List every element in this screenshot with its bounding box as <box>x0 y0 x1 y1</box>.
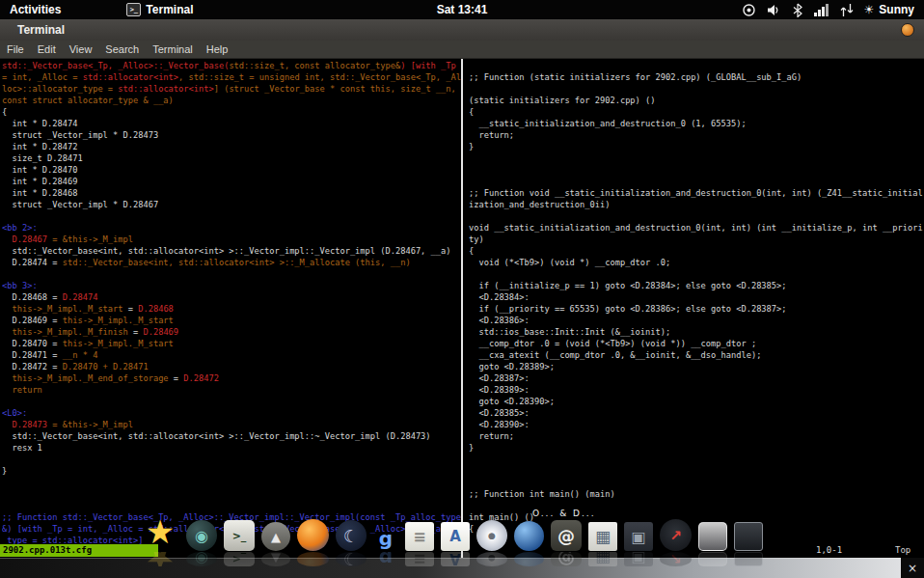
text-doc-icon-glyph: A <box>441 522 470 551</box>
terminal-line: return; <box>469 129 924 141</box>
glass-icon-reflection <box>698 552 727 566</box>
terminal-line: goto <D.28390>; <box>469 396 924 407</box>
network-icon[interactable] <box>840 4 854 16</box>
terminal-line: void __static_initialization_and_destruc… <box>469 222 924 234</box>
clock[interactable]: Sat 13:41 <box>437 3 488 16</box>
status-icon-area: ☀ Sunny <box>742 3 924 17</box>
terminal-line: std::_Vector_base<_Tp, _Alloc>::_Vector_… <box>2 60 461 71</box>
dark-frame-icon-glyph <box>734 522 763 551</box>
terminal-line: int * D.28470 <box>2 164 461 176</box>
terminal-line: ;; Function (static initializers for 290… <box>469 71 924 83</box>
terminal-line: <D.28384>: <box>469 291 924 303</box>
vim-split-separator[interactable] <box>461 58 463 578</box>
photo-frame-icon[interactable]: ▦▦ <box>588 522 617 566</box>
terminal-line: ization_and_destruction_0ii) <box>469 199 924 210</box>
terminal-line <box>469 176 924 187</box>
terminal-line: <L0>: <box>2 407 461 419</box>
terminal-line: int * D.28469 <box>2 176 461 187</box>
activities-button[interactable]: Activities <box>0 3 70 16</box>
bluetooth-icon[interactable] <box>792 3 803 17</box>
terminal-line: __cxa_atexit (__comp_dtor .0, &__ioinit,… <box>469 349 924 361</box>
menu-view[interactable]: View <box>63 43 99 55</box>
eject-icon[interactable]: ▲▲ <box>261 522 290 566</box>
dark-frame-icon-reflection <box>734 552 763 566</box>
firefox-icon-glyph <box>297 519 329 551</box>
moon-icon-glyph: ☾ <box>336 520 367 551</box>
terminal-line: = int, _Alloc = std::allocator<int>, std… <box>2 71 461 83</box>
terminal-line: D.28471 = __n * 4 <box>2 349 461 361</box>
globe-icon[interactable] <box>514 521 544 566</box>
statusline-ruler: 1,0-1 <box>816 544 842 557</box>
terminal-line: int * D.28468 <box>2 187 461 199</box>
volume-icon[interactable] <box>767 3 781 17</box>
terminal-line: size_t D.28471 <box>2 152 461 164</box>
terminal-content: std::_Vector_base<_Tp, _Alloc>::_Vector_… <box>0 58 924 578</box>
cd-disc-icon[interactable]: ●● <box>476 520 507 566</box>
gauge-icon-reflection: ↗ <box>660 552 692 566</box>
menu-file[interactable]: File <box>0 43 31 55</box>
star-icon[interactable]: ★★ <box>141 512 179 566</box>
vim-left-pane[interactable]: std::_Vector_base<_Tp, _Alloc>::_Vector_… <box>2 60 461 578</box>
terminal-line <box>2 488 461 500</box>
document-icon-reflection: ≡ <box>405 552 434 566</box>
terminal-line: std::ios_base::Init::Init (&__ioinit); <box>469 326 924 338</box>
photo-frame-icon-reflection: ▦ <box>588 552 617 566</box>
document-icon-glyph: ≡ <box>405 522 434 551</box>
dark-frame-icon[interactable] <box>734 522 763 566</box>
menu-bar: FileEditViewSearchTerminalHelp <box>0 41 924 59</box>
cd-disc-icon-reflection: ● <box>476 552 507 566</box>
weather-label: Sunny <box>879 3 914 16</box>
terminal-monitor-icon-reflection: >_ <box>224 552 255 566</box>
terminal-line: ;; Function int main() (main) <box>469 488 924 500</box>
gauge-icon[interactable]: ↗↗ <box>660 519 692 566</box>
signal-strength-icon[interactable] <box>814 4 829 16</box>
terminal-line <box>469 60 924 71</box>
menu-search[interactable]: Search <box>98 43 146 55</box>
terminal-line: { <box>469 245 924 257</box>
weather-sun-icon: ☀ <box>864 3 875 16</box>
camera-lens-icon-glyph: ◉ <box>186 520 217 551</box>
eject-icon-reflection: ▲ <box>261 552 290 566</box>
glass-icon[interactable] <box>698 522 727 566</box>
terminal-line: } <box>2 465 461 477</box>
menu-help[interactable]: Help <box>200 43 235 55</box>
terminal-line: D.28474 = std::_Vector_base<int, std::al… <box>2 257 461 268</box>
g-letter-icon[interactable]: gg <box>373 526 398 566</box>
window-titlebar[interactable]: Terminal <box>0 19 924 41</box>
document-icon[interactable]: ≡≡ <box>405 522 434 566</box>
focused-app-indicator[interactable]: >_ Terminal <box>126 3 193 16</box>
glass-icon-glyph <box>698 522 727 551</box>
terminal-line: if (__priority == 65535) goto <D.28386>;… <box>469 303 924 315</box>
terminal-line <box>469 500 924 511</box>
terminal-monitor-icon[interactable]: >_>_ <box>224 520 255 566</box>
gallery-icon[interactable]: ▣▣ <box>624 522 653 566</box>
terminal-line: <D.28390>: <box>469 419 924 430</box>
terminal-line: int * D.28472 <box>2 141 461 152</box>
dock-close-icon[interactable]: × <box>901 558 924 578</box>
statusline-position: Top <box>895 544 910 557</box>
weather-indicator[interactable]: ☀ Sunny <box>864 3 914 16</box>
at-mail-icon-reflection: @ <box>551 552 582 566</box>
terminal-line: __static_initialization_and_destruction_… <box>469 118 924 129</box>
firefox-icon[interactable] <box>297 519 329 566</box>
terminal-line: D.28473 = &this->_M_impl <box>2 419 461 430</box>
camera-lens-icon[interactable]: ◉◉ <box>186 520 217 566</box>
eject-icon-glyph: ▲ <box>261 522 290 551</box>
moon-icon[interactable]: ☾☾ <box>336 520 367 566</box>
g-letter-icon-reflection: g <box>373 552 398 566</box>
close-button[interactable] <box>901 23 914 37</box>
terminal-line <box>469 210 924 222</box>
focused-app-name: Terminal <box>146 3 193 16</box>
terminal-line: loc>::allocator_type = std::allocator<in… <box>2 83 461 95</box>
terminal-line <box>2 210 461 222</box>
vim-right-pane[interactable]: ;; Function (static initializers for 290… <box>469 60 924 578</box>
at-mail-icon[interactable]: @@ <box>551 520 582 566</box>
text-doc-icon[interactable]: AA <box>441 522 470 566</box>
terminal-line: return; <box>469 430 924 442</box>
statusline-filename: 2902.cpp.013t.cfg <box>0 544 158 557</box>
menu-edit[interactable]: Edit <box>31 43 63 55</box>
orb-icon[interactable] <box>742 3 756 17</box>
menu-terminal[interactable]: Terminal <box>146 43 200 55</box>
terminal-line <box>469 454 924 465</box>
terminal-line: return <box>2 384 461 396</box>
